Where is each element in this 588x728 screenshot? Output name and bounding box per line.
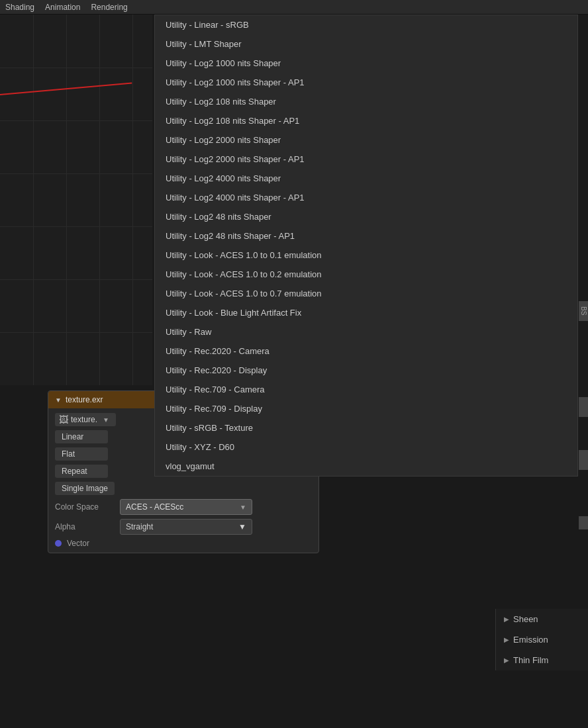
sheen-section[interactable]: ▶ Sheen bbox=[496, 609, 588, 629]
color-space-label: Color Space bbox=[55, 502, 115, 512]
color-space-dropdown[interactable]: ACES - ACEScc ▼ bbox=[120, 499, 252, 515]
node-title: texture.exr bbox=[66, 395, 103, 404]
grid-line bbox=[33, 15, 34, 385]
dropdown-item[interactable]: vlog_vgamut bbox=[155, 457, 577, 476]
alpha-row: Alpha Straight ▼ bbox=[48, 517, 318, 537]
dropdown-item[interactable]: Utility - Log2 2000 nits Shaper - AP1 bbox=[155, 150, 577, 169]
single-image-row: Single Image bbox=[48, 480, 318, 497]
collapse-icon: ▼ bbox=[55, 396, 62, 404]
dropdown-item[interactable]: Utility - Log2 4000 nits Shaper bbox=[155, 169, 577, 188]
bs-text: BS bbox=[580, 306, 587, 315]
menu-animation[interactable]: Animation bbox=[45, 3, 80, 12]
image-icon: 🖼 bbox=[59, 414, 68, 425]
dropdown-item[interactable]: Utility - sRGB - Texture bbox=[155, 418, 577, 437]
right-edge-indicator-1 bbox=[579, 397, 588, 417]
alpha-dropdown[interactable]: Straight ▼ bbox=[120, 519, 252, 535]
color-space-value: ACES - ACEScc bbox=[126, 502, 183, 512]
right-panel: ▶ Sheen ▶ Emission ▶ Thin Film bbox=[495, 609, 588, 670]
alpha-label: Alpha bbox=[55, 522, 115, 531]
sheen-chevron-icon: ▶ bbox=[504, 615, 509, 623]
right-edge-indicator-3 bbox=[579, 516, 588, 529]
dropdown-item[interactable]: Utility - Rec.709 - Camera bbox=[155, 380, 577, 399]
grid-line bbox=[66, 15, 67, 385]
thin-film-section[interactable]: ▶ Thin Film bbox=[496, 650, 588, 670]
menu-shading[interactable]: Shading bbox=[5, 3, 34, 12]
emission-chevron-icon: ▶ bbox=[504, 636, 509, 643]
linear-button[interactable]: Linear bbox=[55, 430, 108, 443]
grid-line bbox=[132, 15, 133, 385]
dropdown-item[interactable]: Utility - Log2 4000 nits Shaper - AP1 bbox=[155, 188, 577, 207]
dropdown-item[interactable]: Utility - Log2 48 nits Shaper - AP1 bbox=[155, 226, 577, 246]
dropdown-item[interactable]: Utility - Look - ACES 1.0 to 0.7 emulati… bbox=[155, 284, 577, 303]
dropdown-item[interactable]: Utility - Rec.2020 - Display bbox=[155, 361, 577, 380]
dropdown-item[interactable]: Utility - Log2 108 nits Shaper bbox=[155, 92, 577, 111]
dropdown-item[interactable]: Utility - Log2 1000 nits Shaper bbox=[155, 54, 577, 73]
dropdown-item[interactable]: Utility - Raw bbox=[155, 322, 577, 341]
dropdown-item[interactable]: Utility - Log2 1000 nits Shaper - AP1 bbox=[155, 73, 577, 92]
dropdown-item[interactable]: Utility - Look - ACES 1.0 to 0.2 emulati… bbox=[155, 265, 577, 284]
thin-film-chevron-icon: ▶ bbox=[504, 657, 509, 664]
right-edge-indicator-2 bbox=[579, 450, 588, 470]
thin-film-label: Thin Film bbox=[513, 655, 548, 665]
image-name: texture. bbox=[71, 415, 97, 424]
color-space-dropdown-menu[interactable]: Utility - Linear - sRGBUtility - LMT Sha… bbox=[154, 15, 578, 477]
emission-section[interactable]: ▶ Emission bbox=[496, 629, 588, 650]
emission-label: Emission bbox=[513, 635, 548, 645]
dropdown-item[interactable]: Utility - Look - Blue Light Artifact Fix bbox=[155, 303, 577, 322]
grid-line bbox=[0, 68, 152, 68]
grid-line bbox=[0, 332, 152, 333]
color-space-row: Color Space ACES - ACEScc ▼ bbox=[48, 497, 318, 517]
dropdown-item[interactable]: Utility - Log2 48 nits Shaper bbox=[155, 207, 577, 226]
dropdown-item[interactable]: Utility - Log2 108 nits Shaper - AP1 bbox=[155, 111, 577, 130]
alpha-dropdown-arrow-icon: ▼ bbox=[238, 522, 246, 531]
right-edge-bs-label: BS bbox=[579, 301, 588, 321]
image-selector[interactable]: 🖼 texture. ▼ bbox=[55, 413, 116, 426]
flat-button[interactable]: Flat bbox=[55, 447, 108, 461]
top-bar: Shading Animation Rendering bbox=[0, 0, 588, 15]
dropdown-item[interactable]: Utility - Rec.2020 - Camera bbox=[155, 341, 577, 361]
grid-line bbox=[0, 279, 152, 280]
vector-label: Vector bbox=[67, 539, 89, 548]
alpha-value: Straight bbox=[126, 522, 153, 531]
dropdown-item[interactable]: Utility - LMT Shaper bbox=[155, 34, 577, 54]
grid-line bbox=[0, 226, 152, 227]
vector-row: Vector bbox=[48, 537, 318, 550]
image-chevron-button[interactable]: ▼ bbox=[100, 415, 112, 425]
sheen-label: Sheen bbox=[513, 614, 538, 624]
dropdown-item[interactable]: Utility - XYZ - D60 bbox=[155, 437, 577, 457]
viewport-background bbox=[0, 15, 152, 385]
dropdown-arrow-icon: ▼ bbox=[240, 504, 246, 511]
dropdown-item[interactable]: Utility - Log2 2000 nits Shaper bbox=[155, 130, 577, 150]
vector-dot-icon bbox=[55, 540, 62, 547]
grid-line bbox=[0, 173, 152, 174]
dropdown-item[interactable]: Utility - Rec.709 - Display bbox=[155, 399, 577, 418]
grid-line bbox=[0, 120, 152, 121]
single-image-button[interactable]: Single Image bbox=[55, 482, 115, 495]
grid-line bbox=[99, 15, 100, 385]
dropdown-item[interactable]: Utility - Look - ACES 1.0 to 0.1 emulati… bbox=[155, 246, 577, 265]
menu-rendering[interactable]: Rendering bbox=[91, 3, 127, 12]
repeat-button[interactable]: Repeat bbox=[55, 465, 108, 478]
dropdown-item[interactable]: Utility - Linear - sRGB bbox=[155, 15, 577, 34]
